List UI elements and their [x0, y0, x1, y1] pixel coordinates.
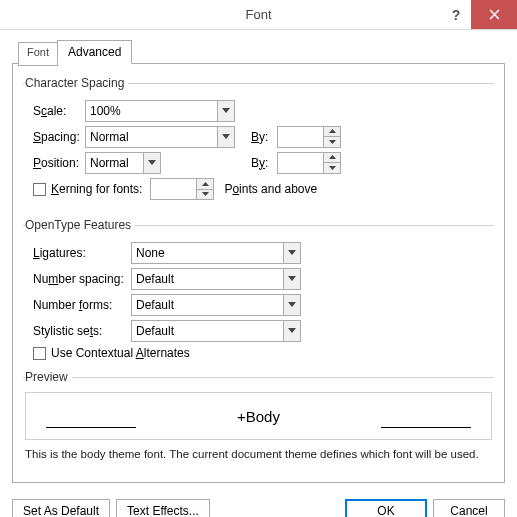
numspacing-combo[interactable]: [131, 268, 301, 290]
titlebar: Font ?: [0, 0, 517, 30]
stylistic-label: Stylistic sets:: [25, 324, 131, 338]
preview-box: +Body: [25, 392, 492, 440]
tab-font[interactable]: Font: [18, 42, 58, 66]
scale-combo[interactable]: [85, 100, 235, 122]
kerning-label: Kerning for fonts:: [51, 182, 142, 196]
spacing-input[interactable]: [86, 127, 217, 147]
spacing-by-label: By:: [251, 130, 277, 144]
legend-opentype: OpenType Features: [25, 218, 135, 232]
spin-down-icon[interactable]: [324, 137, 340, 147]
chevron-down-icon[interactable]: [283, 295, 300, 315]
spacing-by-input[interactable]: [278, 127, 323, 147]
spin-up-icon[interactable]: [324, 153, 340, 164]
window-controls: ?: [441, 0, 517, 29]
chevron-down-icon[interactable]: [217, 127, 234, 147]
spacing-label: Spacing:: [25, 130, 85, 144]
spin-down-icon[interactable]: [324, 163, 340, 173]
chevron-down-icon[interactable]: [283, 321, 300, 341]
ligatures-input[interactable]: [132, 243, 283, 263]
legend-character-spacing: Character Spacing: [25, 76, 128, 90]
scale-label: Scale:: [25, 104, 85, 118]
kerning-input[interactable]: [151, 179, 196, 199]
position-by-spinner[interactable]: [277, 152, 341, 174]
dialog-footer: Set As Default Text Effects... OK Cancel: [0, 491, 517, 517]
numforms-input[interactable]: [132, 295, 283, 315]
stylistic-input[interactable]: [132, 321, 283, 341]
dialog-content: Font Advanced Character Spacing Scale: S…: [0, 30, 517, 491]
ligatures-combo[interactable]: [131, 242, 301, 264]
chevron-down-icon[interactable]: [283, 269, 300, 289]
group-opentype: OpenType Features Ligatures: Number spac…: [23, 218, 494, 364]
set-default-button[interactable]: Set As Default: [12, 499, 110, 517]
numforms-combo[interactable]: [131, 294, 301, 316]
stylistic-combo[interactable]: [131, 320, 301, 342]
numspacing-input[interactable]: [132, 269, 283, 289]
position-input[interactable]: [86, 153, 143, 173]
group-preview: Preview +Body This is the body theme fon…: [23, 370, 494, 466]
group-character-spacing: Character Spacing Scale: Spacing: By:: [23, 76, 494, 204]
kerning-checkbox[interactable]: [33, 183, 46, 196]
chevron-down-icon[interactable]: [283, 243, 300, 263]
spin-down-icon[interactable]: [197, 190, 213, 200]
contextual-checkbox[interactable]: [33, 347, 46, 360]
spacing-by-spinner[interactable]: [277, 126, 341, 148]
position-label: Position:: [25, 156, 85, 170]
help-button[interactable]: ?: [441, 0, 471, 29]
preview-description: This is the body theme font. The current…: [25, 446, 492, 464]
tab-strip: Font Advanced: [18, 40, 505, 64]
chevron-down-icon[interactable]: [143, 153, 160, 173]
preview-rule-left: [46, 427, 136, 428]
legend-preview: Preview: [25, 370, 72, 384]
numforms-label: Number forms:: [25, 298, 131, 312]
cancel-button[interactable]: Cancel: [433, 499, 505, 517]
ok-button[interactable]: OK: [345, 499, 427, 517]
spacing-combo[interactable]: [85, 126, 235, 148]
contextual-label: Use Contextual Alternates: [51, 346, 190, 360]
preview-rule-right: [381, 427, 471, 428]
numspacing-label: Number spacing:: [25, 272, 131, 286]
preview-sample: +Body: [237, 408, 280, 425]
window-title: Font: [245, 7, 271, 22]
tab-panel-advanced: Character Spacing Scale: Spacing: By:: [12, 63, 505, 483]
spin-up-icon[interactable]: [324, 127, 340, 138]
spin-up-icon[interactable]: [197, 179, 213, 190]
position-by-input[interactable]: [278, 153, 323, 173]
scale-input[interactable]: [86, 101, 217, 121]
kerning-spinner[interactable]: [150, 178, 214, 200]
chevron-down-icon[interactable]: [217, 101, 234, 121]
points-label: Points and above: [224, 182, 317, 196]
position-by-label: By:: [251, 156, 277, 170]
position-combo[interactable]: [85, 152, 161, 174]
ligatures-label: Ligatures:: [25, 246, 131, 260]
close-icon: [489, 9, 500, 20]
close-button[interactable]: [471, 0, 517, 29]
tab-advanced[interactable]: Advanced: [57, 40, 132, 64]
text-effects-button[interactable]: Text Effects...: [116, 499, 210, 517]
